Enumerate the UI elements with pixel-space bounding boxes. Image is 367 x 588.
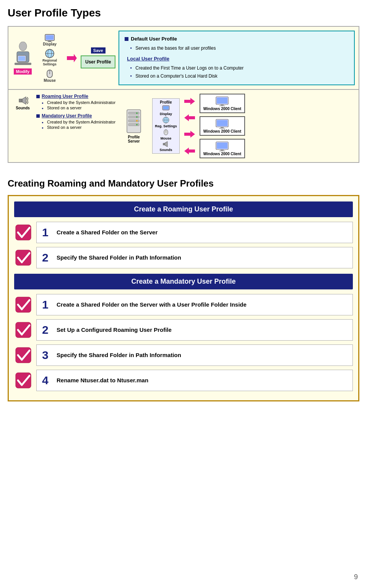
sounds-label: Sounds	[16, 106, 30, 110]
mandatory-step-number-3: 3	[42, 349, 53, 361]
client-monitor-icon-1	[215, 96, 229, 107]
mandatory-step-number-2: 2	[42, 324, 53, 336]
arrow-left-icon-2	[184, 146, 196, 156]
mandatory-step-number-1: 1	[42, 299, 53, 310]
mandatory-step-box-2: 2 Set Up a Configured Roaming User Profi…	[36, 319, 353, 341]
svg-marker-35	[165, 141, 167, 147]
svg-point-0	[19, 42, 27, 51]
mandatory-step-text-1: Create a Shared Folder on the Server wit…	[57, 301, 247, 309]
page-title: User Profile Types	[8, 7, 359, 19]
svg-rect-42	[221, 104, 224, 106]
checkmark-svg-3	[15, 296, 32, 313]
roaming-step-text-2: Specify the Shared Folder in Path Inform…	[57, 254, 181, 262]
svg-rect-6	[48, 41, 51, 42]
page-number: 9	[354, 573, 358, 581]
server-icon	[125, 109, 143, 133]
svg-rect-4	[18, 56, 25, 61]
modify-label: Modify	[14, 68, 32, 75]
bottom-section: Creating Roaming and Mandatory User Prof…	[0, 167, 367, 409]
profile-mouse-icon	[163, 129, 169, 136]
svg-rect-49	[217, 143, 227, 149]
roaming-title: Roaming User Profile	[36, 94, 115, 99]
svg-marker-15	[67, 54, 77, 62]
clients-column: Windows 2000 Client Windows 2000 Client	[200, 94, 245, 158]
arrow-right-1	[66, 31, 78, 85]
roaming-bullet-1: Created by the System Administrator	[42, 100, 115, 105]
profile-server-label: ProfileServer	[128, 135, 140, 143]
mandatory-step-box-3: 3 Specify the Shared Folder in Path Info…	[36, 344, 353, 366]
roaming-header: Create a Roaming User Profile	[14, 201, 353, 217]
roaming-step-box-2: 2 Specify the Shared Folder in Path Info…	[36, 247, 353, 268]
bottom-section-title: Creating Roaming and Mandatory User Prof…	[8, 178, 359, 189]
sounds-icon	[18, 95, 28, 106]
default-bullet-1: Serves as the bases for all user profile…	[130, 45, 349, 52]
roaming-bullet-2: Stored on a server	[42, 106, 115, 110]
regional-icon	[45, 49, 55, 58]
arrow-right-icon-1	[66, 52, 78, 64]
default-bullets: Serves as the bases for all user profile…	[125, 45, 349, 52]
roaming-step-row-2: 2 Specify the Shared Folder in Path Info…	[14, 247, 353, 268]
local-bullet-2: Stored on a Computer's Local Hard Disk	[130, 73, 349, 80]
mandatory-step-row-3: 3 Specify the Shared Folder in Path Info…	[14, 344, 353, 366]
arrow-right-icon-3	[184, 130, 196, 139]
checkmark-svg-5	[15, 347, 32, 364]
mandatory-header: Create a Mandatory User Profile	[14, 274, 353, 289]
second-row-diagram: Sounds Roaming User Profile Created by t…	[8, 90, 359, 163]
regional-label: RegionalSettings	[42, 58, 57, 66]
user-profile-box-wrapper: Save User Profile	[81, 31, 115, 85]
svg-point-24	[136, 116, 138, 118]
mouse-icon	[46, 68, 54, 78]
arrow-left-icon-1	[184, 113, 196, 122]
user-profile-box: User Profile	[81, 55, 115, 68]
profile-sounds-icon	[162, 141, 169, 147]
svg-point-14	[49, 71, 50, 72]
svg-marker-36	[184, 98, 195, 105]
user-profile-label: User Profile	[85, 59, 111, 65]
info-panel: Default User Profile Serves as the bases…	[119, 31, 355, 85]
roaming-step-row-1: 1 Create a Shared Folder on the Server	[14, 222, 353, 243]
svg-rect-2	[15, 63, 31, 65]
title-square-icon	[125, 37, 128, 41]
checkmark-svg-6	[15, 372, 32, 389]
svg-rect-46	[221, 127, 224, 128]
mouse-label: Mouse	[44, 78, 56, 83]
client-box-1: Windows 2000 Client	[200, 94, 245, 113]
roaming-bullets: Created by the System Administrator Stor…	[36, 100, 115, 110]
local-profile-title: Local User Profile	[125, 55, 349, 63]
checkmark-svg-4	[15, 322, 32, 338]
svg-marker-17	[22, 97, 26, 104]
arrow-right-icon-2	[184, 97, 196, 106]
check-icon-1	[14, 223, 32, 242]
roaming-step-box-1: 1 Create a Shared Folder on the Server	[36, 222, 353, 243]
svg-marker-39	[184, 148, 195, 154]
svg-rect-41	[217, 97, 227, 104]
profile-server-area: ProfileServer	[119, 94, 149, 158]
svg-marker-37	[184, 114, 195, 121]
mandatory-step-row-2: 2 Set Up a Configured Roaming User Profi…	[14, 319, 353, 341]
default-profile-title: Default User Profile	[125, 35, 349, 43]
display-label: Display	[43, 42, 57, 46]
mandatory-step-box-1: 1 Create a Shared Folder on the Server w…	[36, 294, 353, 315]
mandatory-step-box-4: 4 Rename Ntuser.dat to Ntuser.man	[36, 370, 353, 391]
outer-card: Create a Roaming User Profile 1 Create a…	[8, 195, 359, 401]
mandatory-step-text-2: Set Up a Configured Roaming User Profile	[57, 326, 172, 334]
svg-rect-16	[19, 99, 22, 102]
user-figure-area: Modify	[12, 31, 33, 85]
profile-box: Profile Display Reg. Settings	[152, 98, 180, 154]
mandatory-step-row-1: 1 Create a Shared Folder on the Server w…	[14, 294, 353, 315]
settings-icons-stack: Display RegionalSettings Mouse	[36, 31, 63, 85]
svg-point-26	[136, 124, 138, 125]
svg-rect-45	[217, 120, 227, 126]
roaming-step-number-2: 2	[42, 252, 53, 263]
profile-display-icon	[162, 105, 170, 111]
mandatory-bullet-2: Stored on a server	[42, 125, 115, 130]
mandatory-step-row-4: 4 Rename Ntuser.dat to Ntuser.man	[14, 370, 353, 391]
mandatory-bullets: Created by the System Administrator Stor…	[36, 120, 115, 130]
check-icon-2	[14, 249, 32, 267]
client-box-2: Windows 2000 Client	[200, 116, 245, 136]
check-icon-5	[14, 346, 32, 364]
svg-rect-51	[219, 151, 225, 151]
check-icon-3	[14, 296, 32, 314]
local-bullets: Created the First Time a User Logs on to…	[125, 65, 349, 80]
regional-icon-box: RegionalSettings	[42, 49, 57, 66]
